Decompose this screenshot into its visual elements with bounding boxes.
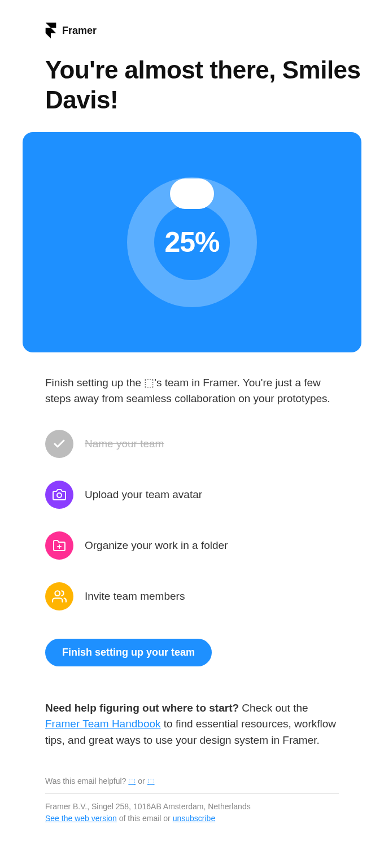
footer-divider — [45, 793, 339, 794]
feedback-yes-link[interactable]: ⬚ — [128, 777, 136, 786]
step-invite-members: Invite team members — [45, 582, 339, 610]
help-pre: Check out the — [239, 702, 308, 714]
progress-percent: 25% — [164, 226, 219, 259]
users-icon — [45, 582, 73, 610]
feedback-row: Was this email helpful? ⬚ or ⬚ — [45, 777, 339, 786]
steps-list: Name your team Upload your team avatar O… — [45, 430, 339, 610]
help-strong: Need help figuring out where to start? — [45, 702, 239, 714]
help-text: Need help figuring out where to start? C… — [45, 700, 339, 749]
feedback-sep: or — [136, 777, 147, 786]
footer: Framer B.V., Singel 258, 1016AB Amsterda… — [45, 801, 339, 825]
step-label: Upload your team avatar — [85, 488, 202, 501]
framer-logo-icon — [45, 23, 56, 38]
donut-fill-icon — [170, 178, 214, 209]
camera-icon — [45, 481, 73, 509]
checkmark-icon — [45, 430, 73, 458]
progress-donut: 25% — [113, 163, 271, 321]
page-title: You're almost there, Smiles Davis! — [45, 55, 361, 115]
step-label: Organize your work in a folder — [85, 539, 228, 552]
finish-setup-button[interactable]: Finish setting up your team — [45, 639, 212, 666]
footer-links: See the web version of this email or uns… — [45, 813, 339, 825]
folder-plus-icon — [45, 531, 73, 560]
web-version-link[interactable]: See the web version — [45, 814, 117, 823]
handbook-link[interactable]: Framer Team Handbook — [45, 718, 161, 730]
intro-text: Finish setting up the ⬚'s team in Framer… — [45, 375, 339, 407]
footer-address: Framer B.V., Singel 258, 1016AB Amsterda… — [45, 801, 339, 813]
brand-name: Framer — [62, 25, 97, 37]
cta-wrap: Finish setting up your team — [45, 639, 339, 666]
feedback-text: Was this email helpful? — [45, 777, 128, 786]
email-header: Framer — [45, 23, 361, 38]
footer-mid: of this email or — [117, 814, 173, 823]
unsubscribe-link[interactable]: unsubscribe — [173, 814, 216, 823]
step-name-team: Name your team — [45, 430, 339, 458]
svg-point-3 — [55, 591, 60, 596]
step-organize-folder: Organize your work in a folder — [45, 531, 339, 560]
feedback-no-link[interactable]: ⬚ — [147, 777, 155, 786]
step-label: Name your team — [85, 438, 164, 450]
progress-card: 25% — [23, 132, 361, 352]
step-label: Invite team members — [85, 590, 185, 603]
step-upload-avatar: Upload your team avatar — [45, 481, 339, 509]
svg-point-0 — [57, 493, 62, 498]
